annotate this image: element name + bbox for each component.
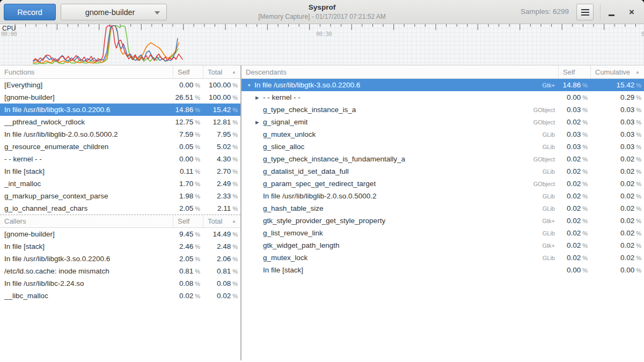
minimize-button[interactable] — [603, 4, 619, 20]
callers-self-column-header[interactable]: Self — [173, 215, 203, 227]
tree-row[interactable]: g_mutex_unlock GLib 0.03% 0.03% — [241, 128, 644, 141]
tree-row[interactable]: In file /usr/lib/libglib-2.0.so.0.5000.2… — [241, 190, 644, 202]
tree-row[interactable]: g_hash_table_size GLib 0.02% 0.02% — [241, 202, 644, 215]
table-row[interactable]: [gnome-builder] 9.45% 14.49% — [0, 228, 240, 240]
descendants-cumulative-column-header[interactable]: Cumulative ▲ — [590, 65, 644, 78]
descendants-column-header[interactable]: Descendants — [241, 65, 558, 78]
function-name: g_signal_emit — [263, 118, 308, 126]
self-percent: 0.03% — [558, 130, 590, 138]
cumulative-percent: 0.02% — [590, 241, 644, 249]
self-percent: 0.03% — [558, 106, 590, 114]
cumulative-percent: 0.02% — [590, 217, 644, 225]
table-row[interactable]: [Everything] 0.00% 100.00% — [0, 79, 240, 91]
tree-row[interactable]: gtk_style_provider_get_style_property Gt… — [241, 215, 644, 227]
tree-row[interactable]: ▶ - - kernel - - 0.00% 0.29% — [241, 91, 644, 104]
self-percent: 0.08% — [173, 279, 203, 287]
table-row[interactable]: g_markup_parse_context_parse 1.98% 2.33% — [0, 190, 240, 202]
menu-button[interactable] — [576, 4, 594, 20]
self-percent: 14.86% — [558, 81, 590, 89]
tree-row[interactable]: g_slice_alloc GLib 0.03% 0.03% — [241, 141, 644, 153]
self-percent: 0.02% — [558, 217, 590, 225]
tree-row[interactable]: g_param_spec_get_redirect_target GObject… — [241, 178, 644, 190]
tree-row[interactable]: g_datalist_id_set_data_full GLib 0.02% 0… — [241, 165, 644, 178]
function-name: g_mutex_unlock — [263, 130, 316, 138]
samples-count: Samples: 6299 — [521, 8, 569, 16]
cumulative-percent: 0.03% — [590, 106, 644, 114]
expander-icon[interactable]: ▼ — [246, 83, 254, 88]
functions-total-column-header[interactable]: Total ▲ — [203, 65, 240, 78]
total-column-label: Total — [208, 68, 222, 76]
table-row[interactable]: __libc_malloc 0.02% 0.02% — [0, 290, 240, 302]
function-name: g_type_check_instance_is_fundamentally_a — [263, 155, 405, 163]
library-tag: Gtk+ — [542, 82, 558, 88]
tree-row[interactable]: In file [stack] 0.00% 0.00% — [241, 264, 644, 276]
total-percent: 2.33% — [203, 192, 240, 200]
self-percent: 2.05% — [173, 255, 203, 263]
process-selector-value: gnome-builder — [67, 8, 153, 17]
self-percent: 0.00% — [558, 93, 590, 101]
cumulative-percent: 0.02% — [590, 155, 644, 163]
chevron-down-icon — [155, 11, 160, 14]
function-name: In file [stack] — [0, 167, 173, 175]
table-row[interactable]: In file [stack] 2.46% 2.48% — [0, 240, 240, 253]
function-name: g_list_remove_link — [263, 229, 323, 237]
table-row[interactable]: _int_malloc 1.70% 2.49% — [0, 178, 240, 190]
library-tag: Gtk+ — [542, 218, 558, 224]
library-tag: GObject — [533, 181, 558, 187]
cpu-timeline-graph[interactable]: CPU 00:00 00:30 01:00 — [0, 24, 644, 65]
table-row[interactable]: g_resource_enumerate_children 0.05% 5.02… — [0, 141, 240, 153]
function-name: __pthread_rwlock_rdlock — [0, 118, 173, 126]
callers-table: [gnome-builder] 9.45% 14.49% In file [st… — [0, 228, 240, 302]
tree-row[interactable]: ▼ In file /usr/lib/libgtk-3.so.0.2200.6 … — [241, 79, 644, 91]
table-row[interactable]: In file /usr/lib/libglib-2.0.so.0.5000.2… — [0, 128, 240, 141]
time-label-end: 01:00 — [641, 31, 644, 37]
expander-icon[interactable]: ▶ — [254, 95, 263, 100]
function-name: g_io_channel_read_chars — [0, 204, 173, 212]
table-row[interactable]: In file /usr/lib/libgtk-3.so.0.2200.6 2.… — [0, 253, 240, 265]
sort-ascending-icon: ▲ — [229, 70, 236, 75]
expander-icon[interactable]: ▶ — [254, 120, 263, 125]
total-percent: 7.95% — [203, 130, 240, 138]
descendants-tree: ▼ In file /usr/lib/libgtk-3.so.0.2200.6 … — [241, 79, 644, 276]
total-percent: 0.81% — [203, 267, 240, 275]
function-name: g_mutex_lock — [263, 254, 308, 262]
function-name: g_param_spec_get_redirect_target — [263, 180, 376, 188]
close-button[interactable]: × — [624, 4, 640, 20]
descendants-self-column-header[interactable]: Self — [558, 65, 590, 78]
function-name: gtk_widget_path_length — [263, 241, 340, 249]
tree-row[interactable]: gtk_widget_path_length Gtk+ 0.02% 0.02% — [241, 239, 644, 252]
functions-column-header[interactable]: Functions — [0, 65, 173, 78]
time-label-start: 00:00 — [1, 31, 17, 37]
process-selector-dropdown[interactable]: gnome-builder — [61, 4, 167, 20]
callers-column-header[interactable]: Callers — [0, 215, 173, 227]
self-percent: 0.02% — [558, 155, 590, 163]
functions-self-column-header[interactable]: Self — [173, 65, 203, 78]
table-row[interactable]: In file /usr/lib/libc-2.24.so 0.08% 0.08… — [0, 277, 240, 290]
tree-row[interactable]: g_type_check_instance_is_a GObject 0.03%… — [241, 104, 644, 116]
tree-row[interactable]: g_list_remove_link GLib 0.02% 0.02% — [241, 227, 644, 239]
record-button[interactable]: Record — [4, 4, 56, 20]
self-percent: 0.05% — [173, 143, 203, 151]
self-percent: 0.00% — [173, 155, 203, 163]
function-name: In file /usr/lib/libgtk-3.so.0.2200.6 — [254, 81, 360, 89]
table-row[interactable]: - - kernel - - 0.00% 4.30% — [0, 153, 240, 165]
tree-row[interactable]: g_mutex_lock GLib 0.02% 0.02% — [241, 252, 644, 264]
cumulative-percent: 0.02% — [590, 254, 644, 262]
table-row[interactable]: In file [stack] 0.11% 2.70% — [0, 165, 240, 178]
functions-header: Functions Self Total ▲ — [0, 65, 240, 79]
cumulative-percent: 0.03% — [590, 143, 644, 151]
self-percent: 2.05% — [173, 204, 203, 212]
table-row[interactable]: g_io_channel_read_chars 2.05% 2.11% — [0, 202, 240, 215]
table-row[interactable]: __pthread_rwlock_rdlock 12.75% 12.81% — [0, 116, 240, 128]
table-row[interactable]: /etc/ld.so.cache: inode mismatch 0.81% 0… — [0, 265, 240, 277]
tree-row[interactable]: g_type_check_instance_is_fundamentally_a… — [241, 153, 644, 165]
function-name: _int_malloc — [0, 180, 173, 188]
total-percent: 2.06% — [203, 255, 240, 263]
table-row[interactable]: In file /usr/lib/libgtk-3.so.0.2200.6 14… — [0, 104, 240, 116]
tree-row[interactable]: ▶ g_signal_emit GObject 0.02% 0.03% — [241, 116, 644, 128]
table-row[interactable]: [gnome-builder] 26.51% 100.00% — [0, 91, 240, 104]
callers-total-column-header[interactable]: Total ▲ — [203, 215, 240, 227]
self-percent: 0.02% — [173, 292, 203, 300]
right-pane: Descendants Self Cumulative ▲ ▼ In file … — [241, 65, 644, 362]
function-name: In file /usr/lib/libc-2.24.so — [0, 279, 173, 287]
